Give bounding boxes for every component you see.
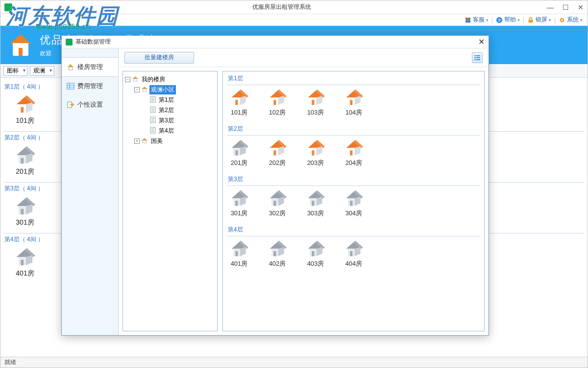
house-icon: [305, 240, 326, 258]
building-tree[interactable]: −我的楼房−观澜小区第1层第2层第3层第4层+国美: [122, 71, 218, 331]
house-icon: [14, 248, 36, 267]
svg-rect-80: [312, 100, 314, 105]
customer-service-link[interactable]: 客服▾: [465, 16, 489, 24]
svg-rect-45: [133, 79, 137, 81]
dialog-sidebar: 楼房管理费用管理个性设置: [62, 48, 119, 335]
collapse-icon[interactable]: −: [125, 77, 130, 82]
lock-link[interactable]: 锁屏▾: [527, 16, 551, 24]
svg-rect-38: [474, 55, 476, 56]
view-mode-select[interactable]: 图标: [3, 66, 28, 76]
room-label: 201房: [231, 159, 248, 167]
tree-label[interactable]: 第4层: [157, 126, 175, 136]
page-icon: [150, 116, 156, 125]
room-label: 401房: [231, 259, 248, 268]
room-item[interactable]: 202房: [267, 139, 288, 167]
sidebar-item-house[interactable]: 楼房管理: [62, 57, 118, 77]
tree-community[interactable]: +国美: [125, 136, 215, 146]
room-label: 101房: [231, 108, 248, 117]
svg-rect-135: [273, 251, 276, 256]
svg-rect-33: [67, 83, 74, 89]
room-item[interactable]: 301房: [7, 197, 43, 227]
svg-rect-100: [312, 150, 314, 155]
export-icon: [67, 101, 74, 109]
room-item[interactable]: 301房: [229, 190, 249, 218]
house-icon: [343, 89, 364, 107]
room-label: 101房: [16, 116, 34, 125]
house-icon: [305, 89, 326, 107]
expand-icon[interactable]: +: [134, 138, 140, 144]
dialog-close-button[interactable]: ✕: [478, 37, 485, 46]
house-icon: [267, 190, 288, 207]
lock-icon: [527, 17, 534, 23]
sidebar-item-export[interactable]: 个性设置: [62, 95, 118, 114]
room-item[interactable]: 104房: [343, 89, 364, 117]
svg-rect-105: [350, 150, 352, 155]
svg-point-1: [468, 17, 470, 20]
house-icon: [132, 75, 139, 84]
room-label: 401房: [16, 269, 34, 278]
svg-rect-43: [476, 59, 480, 60]
community-select[interactable]: 观澜: [30, 66, 54, 76]
batch-create-button[interactable]: 批量建楼房: [124, 52, 194, 64]
room-item[interactable]: 402房: [267, 240, 288, 268]
tree-floor[interactable]: 第4层: [125, 126, 215, 136]
tree-community[interactable]: −观澜小区: [125, 85, 215, 95]
room-item[interactable]: 302房: [267, 190, 288, 218]
dialog-title: 基础数据管理: [75, 38, 478, 46]
dialog-icon: [66, 39, 73, 46]
basic-data-dialog: 基础数据管理 ✕ 楼房管理费用管理个性设置 批量建楼房 −我的楼房−观澜小区第1…: [61, 35, 489, 336]
room-item[interactable]: 403房: [305, 240, 326, 268]
floor-header: 第1层: [227, 71, 480, 85]
svg-rect-42: [474, 59, 476, 60]
house-icon: [343, 240, 364, 258]
tree-floor[interactable]: 第2层: [125, 105, 215, 115]
minimize-button[interactable]: —: [547, 3, 554, 11]
house-icon: [343, 190, 364, 207]
room-label: 201房: [16, 167, 34, 176]
tree-label[interactable]: 我的楼房: [140, 75, 167, 84]
tree-label[interactable]: 第2层: [157, 106, 175, 115]
room-item[interactable]: 201房: [229, 139, 249, 167]
room-item[interactable]: 103房: [305, 89, 326, 117]
room-item[interactable]: 101房: [7, 95, 43, 125]
tree-root[interactable]: −我的楼房: [125, 74, 215, 85]
room-label: 304房: [345, 209, 363, 218]
svg-rect-5: [529, 20, 533, 23]
room-item[interactable]: 401房: [7, 248, 43, 278]
tree-floor[interactable]: 第1层: [125, 95, 215, 105]
sidebar-item-table[interactable]: 费用管理: [62, 77, 118, 95]
house-icon: [141, 86, 148, 94]
svg-rect-85: [350, 100, 352, 105]
help-link[interactable]: ? 帮助▾: [496, 16, 520, 24]
collapse-icon[interactable]: −: [134, 87, 140, 92]
room-item[interactable]: 101房: [229, 89, 249, 117]
tree-floor[interactable]: 第3层: [125, 115, 215, 126]
room-item[interactable]: 201房: [7, 146, 43, 176]
svg-rect-39: [476, 55, 480, 56]
svg-rect-32: [69, 67, 73, 70]
room-item[interactable]: 102房: [267, 89, 288, 117]
tree-label[interactable]: 第3层: [157, 116, 175, 125]
tree-label[interactable]: 观澜小区: [149, 85, 176, 94]
status-text: 就绪: [4, 358, 16, 367]
room-item[interactable]: 304房: [343, 190, 364, 218]
room-item[interactable]: 303房: [305, 190, 326, 218]
close-button[interactable]: ✕: [578, 3, 584, 11]
view-toggle-button[interactable]: [472, 52, 483, 63]
room-item[interactable]: 203房: [305, 139, 326, 167]
room-label: 302房: [269, 209, 286, 218]
room-item[interactable]: 204房: [343, 139, 364, 167]
room-item[interactable]: 401房: [229, 240, 249, 268]
sidebar-item-label: 费用管理: [77, 82, 103, 91]
maximize-button[interactable]: ☐: [563, 3, 569, 11]
floor-header: 第2层: [227, 122, 480, 136]
statusbar: 就绪: [0, 357, 588, 368]
page-icon: [150, 127, 156, 135]
system-link[interactable]: 系统▾: [559, 16, 583, 24]
svg-rect-130: [235, 251, 238, 256]
tree-label[interactable]: 第1层: [157, 95, 175, 105]
room-label: 403房: [307, 259, 324, 268]
tree-label[interactable]: 国美: [149, 137, 164, 146]
house-icon: [267, 139, 288, 157]
room-item[interactable]: 404房: [343, 240, 364, 268]
